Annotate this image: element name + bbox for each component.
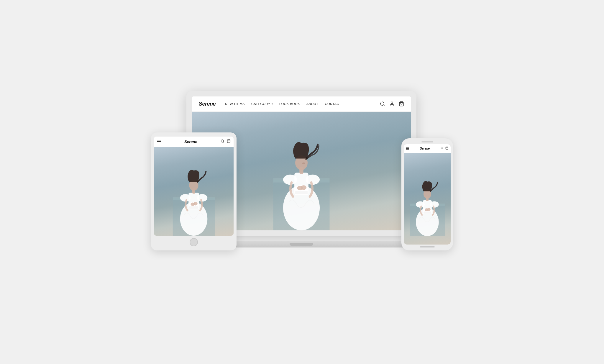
tablet-navbar: Serene xyxy=(154,137,234,147)
tablet-screen: Serene xyxy=(154,137,234,236)
svg-point-15 xyxy=(221,140,224,142)
hero-figure xyxy=(241,118,362,230)
tablet-nav-icons xyxy=(221,139,231,144)
cart-icon[interactable] xyxy=(399,101,404,106)
svg-point-37 xyxy=(427,208,430,211)
phone-device: Serene xyxy=(401,138,453,250)
phone-speaker xyxy=(421,141,433,142)
search-icon[interactable] xyxy=(380,101,385,106)
account-icon[interactable] xyxy=(389,101,395,106)
chevron-down-icon: ▾ xyxy=(272,103,273,105)
nav-item-lookbook[interactable]: LOOK BOOK xyxy=(279,102,300,106)
nav-item-category[interactable]: CATEGORY ▾ xyxy=(251,102,273,106)
phone-body: Serene xyxy=(401,138,453,250)
phone-nav-icons xyxy=(441,147,448,150)
scene: Serene NEW ITEMS CATEGORY ▾ LOOK BOOK xyxy=(151,91,453,273)
phone-home-bar xyxy=(420,246,435,247)
tablet-cart-icon[interactable] xyxy=(227,139,231,144)
phone-hero-image xyxy=(404,153,451,245)
nav-item-new-items[interactable]: NEW ITEMS xyxy=(225,102,245,106)
nav-item-contact[interactable]: CONTACT xyxy=(325,102,341,106)
svg-rect-40 xyxy=(423,211,431,214)
laptop-menu: NEW ITEMS CATEGORY ▾ LOOK BOOK ABOUT xyxy=(225,102,380,106)
svg-point-24 xyxy=(193,202,198,205)
svg-point-10 xyxy=(301,185,306,190)
svg-point-13 xyxy=(302,162,305,164)
tablet-device: Serene xyxy=(151,132,237,250)
laptop-navbar: Serene NEW ITEMS CATEGORY ▾ LOOK BOOK xyxy=(192,96,411,112)
phone-logo[interactable]: Serene xyxy=(409,147,441,150)
tablet-body: Serene xyxy=(151,132,237,250)
tablet-home-button[interactable] xyxy=(190,238,198,246)
svg-point-1 xyxy=(391,102,393,104)
svg-point-35 xyxy=(430,201,439,207)
svg-point-0 xyxy=(380,102,384,105)
svg-rect-14 xyxy=(295,191,308,194)
svg-point-7 xyxy=(283,174,297,184)
tablet-hero-image xyxy=(154,147,234,236)
svg-point-22 xyxy=(197,194,208,201)
svg-rect-27 xyxy=(189,206,198,209)
tablet-logo[interactable]: Serene xyxy=(161,140,221,144)
hamburger-menu-button[interactable] xyxy=(157,140,161,143)
phone-navbar: Serene xyxy=(404,144,451,153)
svg-point-28 xyxy=(441,147,443,149)
tablet-hero-figure xyxy=(166,152,222,236)
tablet-search-icon[interactable] xyxy=(221,139,224,144)
phone-hamburger-button[interactable] xyxy=(406,147,409,150)
svg-point-8 xyxy=(306,174,320,184)
phone-search-icon[interactable] xyxy=(441,147,444,150)
svg-point-34 xyxy=(416,201,425,207)
phone-screen: Serene xyxy=(404,144,451,245)
laptop-nav-icons xyxy=(380,101,404,106)
phone-cart-icon[interactable] xyxy=(445,147,448,150)
laptop-logo[interactable]: Serene xyxy=(199,101,216,107)
phone-hero-figure xyxy=(410,158,445,245)
svg-point-21 xyxy=(180,194,191,201)
nav-item-about[interactable]: ABOUT xyxy=(306,102,318,106)
